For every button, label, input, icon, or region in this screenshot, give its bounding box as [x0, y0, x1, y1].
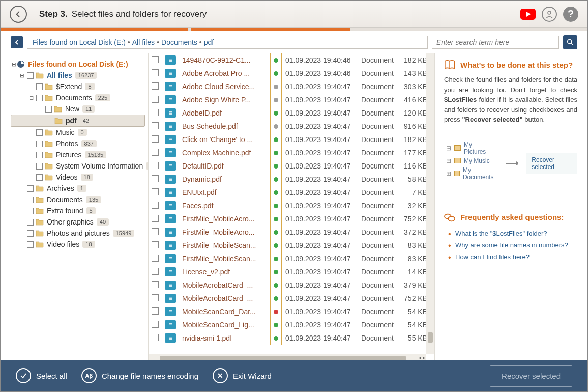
file-checkbox[interactable]	[152, 241, 159, 248]
tree-root[interactable]: ⊟Files found on Local Disk (E:)	[11, 59, 145, 70]
select-all-button[interactable]: Select all	[16, 368, 67, 383]
file-checkbox[interactable]	[152, 188, 159, 195]
file-date: 01.09.2023 19:40:47	[282, 278, 358, 292]
file-row[interactable]: Adobe Sign White P... 01.09.2023 19:40:4…	[149, 93, 434, 106]
file-type: Document	[358, 252, 399, 265]
file-checkbox[interactable]	[152, 122, 159, 129]
recover-selected-button[interactable]: Recover selected	[490, 365, 572, 387]
vertical-scrollbar[interactable]	[426, 53, 434, 354]
faq-list: What is the "$LostFiles" folder? Why are…	[444, 228, 577, 263]
status-dot	[274, 85, 278, 89]
document-icon	[165, 254, 176, 263]
file-checkbox[interactable]	[152, 175, 159, 182]
file-checkbox[interactable]	[152, 135, 159, 143]
file-checkbox[interactable]	[152, 109, 159, 116]
encoding-icon: Aβ	[81, 368, 97, 383]
status-dot	[274, 283, 278, 288]
file-checkbox[interactable]	[152, 215, 159, 222]
file-checkbox[interactable]	[152, 321, 159, 328]
youtube-icon[interactable]	[520, 7, 536, 22]
svg-point-8	[448, 216, 455, 221]
file-row[interactable]: MobileAcrobatCard_... 01.09.2023 19:40:4…	[149, 292, 434, 305]
breadcrumb[interactable]: Files found on Local Disk (E:)•All files…	[27, 36, 428, 49]
file-checkbox[interactable]	[152, 149, 159, 156]
tree-item[interactable]: pdf42	[11, 115, 145, 127]
file-row[interactable]: ENUtxt.pdf 01.09.2023 19:40:47 Document …	[149, 186, 434, 199]
user-icon[interactable]	[542, 7, 557, 22]
file-checkbox[interactable]	[152, 268, 159, 275]
breadcrumb-row: Files found on Local Disk (E:)•All files…	[1, 31, 587, 53]
file-checkbox[interactable]	[152, 255, 159, 262]
file-checkbox[interactable]	[152, 281, 159, 288]
file-row[interactable]: License_v2.pdf 01.09.2023 19:40:47 Docum…	[149, 265, 434, 278]
file-row[interactable]: Faces.pdf 01.09.2023 19:40:47 Document 3…	[149, 199, 434, 212]
file-row[interactable]: MobileScanCard_Lig... 01.09.2023 19:40:4…	[149, 318, 434, 331]
tree-item[interactable]: System Volume Information2	[11, 160, 145, 172]
tree-item[interactable]: Video files18	[11, 239, 145, 250]
file-date: 01.09.2023 19:40:47	[282, 133, 358, 146]
tree-all-files[interactable]: ⊟All files16237	[11, 70, 145, 81]
back-button[interactable]	[10, 6, 27, 23]
status-dot	[274, 230, 278, 235]
faq-item[interactable]: How can I find files here?	[444, 251, 577, 263]
file-row[interactable]: nvidia-smi 1.pdf 01.09.2023 19:40:47 Doc…	[149, 331, 434, 345]
file-row[interactable]: Dynamic.pdf 01.09.2023 19:40:47 Document…	[149, 173, 434, 186]
status-dot	[274, 270, 278, 274]
file-row[interactable]: FirstMile_MobileAcro... 01.09.2023 19:40…	[149, 212, 434, 226]
tree-item[interactable]: Other graphics40	[11, 216, 145, 228]
file-date: 01.09.2023 19:40:47	[282, 331, 358, 345]
file-name: MobileAcrobatCard_...	[179, 292, 270, 305]
change-encoding-button[interactable]: Aβ Change file names encoding	[81, 368, 198, 383]
faq-item[interactable]: What is the "$LostFiles" folder?	[444, 228, 577, 239]
file-date: 01.09.2023 19:40:47	[282, 80, 358, 93]
faq-item[interactable]: Why are some file names in numbers?	[444, 239, 577, 251]
tree-item[interactable]: ⊟Documents225	[11, 92, 145, 103]
search-button[interactable]	[563, 35, 577, 49]
tree-item[interactable]: $Extend8	[11, 81, 145, 92]
file-row[interactable]: Complex Machine.pdf 01.09.2023 19:40:47 …	[149, 146, 434, 159]
file-checkbox[interactable]	[152, 307, 159, 315]
breadcrumb-back-button[interactable]	[11, 36, 23, 48]
status-dot	[274, 217, 278, 221]
file-row[interactable]: Click on 'Change' to ... 01.09.2023 19:4…	[149, 133, 434, 146]
tree-item[interactable]: New11	[11, 103, 145, 115]
help-icon[interactable]: ?	[563, 7, 578, 22]
file-checkbox[interactable]	[152, 82, 159, 90]
tree-item[interactable]: Music0	[11, 127, 145, 138]
file-checkbox[interactable]	[152, 334, 159, 341]
file-type: Document	[358, 278, 399, 292]
file-name: AdobeID.pdf	[179, 106, 270, 120]
file-row[interactable]: FirstMile_MobileScan... 01.09.2023 19:40…	[149, 239, 434, 252]
tree-item[interactable]: Videos18	[11, 172, 145, 183]
file-checkbox[interactable]	[152, 69, 159, 76]
file-row[interactable]: DefaultID.pdf 01.09.2023 19:40:47 Docume…	[149, 159, 434, 173]
file-checkbox[interactable]	[152, 294, 159, 301]
file-name: nvidia-smi 1.pdf	[179, 331, 270, 345]
file-row[interactable]: Bus Schedule.pdf 01.09.2023 19:40:47 Doc…	[149, 120, 434, 133]
file-type: Document	[358, 133, 399, 146]
exit-wizard-button[interactable]: ✕ Exit Wizard	[213, 368, 272, 383]
tree-item[interactable]: Pictures15135	[11, 149, 145, 160]
file-row[interactable]: Adobe Acrobat Pro ... 01.09.2023 19:40:4…	[149, 67, 434, 80]
file-row[interactable]: MobileAcrobatCard_... 01.09.2023 19:40:4…	[149, 278, 434, 292]
tree-item[interactable]: Archives1	[11, 183, 145, 194]
tree-item[interactable]: Photos and pictures15949	[11, 228, 145, 239]
file-row[interactable]: MobileScanCard_Dar... 01.09.2023 19:40:4…	[149, 305, 434, 318]
status-dot	[274, 164, 278, 169]
file-checkbox[interactable]	[152, 162, 159, 169]
file-checkbox[interactable]	[152, 228, 159, 235]
file-name: MobileScanCard_Lig...	[179, 318, 270, 331]
file-row[interactable]: 1494870C-9912-C1... 01.09.2023 19:40:46 …	[149, 53, 434, 67]
tree-item[interactable]: Photos837	[11, 138, 145, 149]
file-checkbox[interactable]	[152, 202, 159, 209]
file-checkbox[interactable]	[152, 96, 159, 103]
file-row[interactable]: FirstMile_MobileAcro... 01.09.2023 19:40…	[149, 226, 434, 239]
tree-item[interactable]: Extra found5	[11, 205, 145, 216]
file-row[interactable]: AdobeID.pdf 01.09.2023 19:40:47 Document…	[149, 106, 434, 120]
file-checkbox[interactable]	[152, 56, 159, 63]
search-input[interactable]	[432, 36, 559, 49]
file-row[interactable]: Adobe Cloud Service... 01.09.2023 19:40:…	[149, 80, 434, 93]
tree-item[interactable]: Documents135	[11, 194, 145, 205]
file-name: MobileAcrobatCard_...	[179, 278, 270, 292]
file-row[interactable]: FirstMile_MobileScan... 01.09.2023 19:40…	[149, 252, 434, 265]
